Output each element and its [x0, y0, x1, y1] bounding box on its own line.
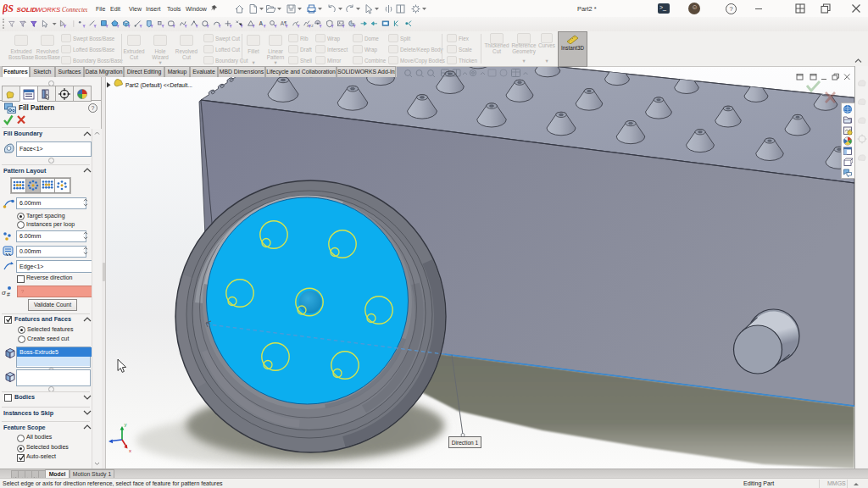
svg-text:βS: βS: [3, 3, 14, 14]
svg-text:SOLID: SOLID: [17, 6, 37, 14]
svg-text:x: x: [129, 448, 131, 453]
svg-text:WORKS: WORKS: [36, 6, 61, 14]
svg-text:Connected: Connected: [62, 6, 87, 14]
svg-text:#: #: [7, 291, 10, 297]
svg-text:y: y: [125, 422, 127, 427]
svg-text:A: A: [259, 20, 263, 26]
svg-text:Part2 (Default) <<Default...: Part2 (Default) <<Default...: [125, 82, 192, 89]
svg-text:Direction 1: Direction 1: [452, 440, 479, 446]
